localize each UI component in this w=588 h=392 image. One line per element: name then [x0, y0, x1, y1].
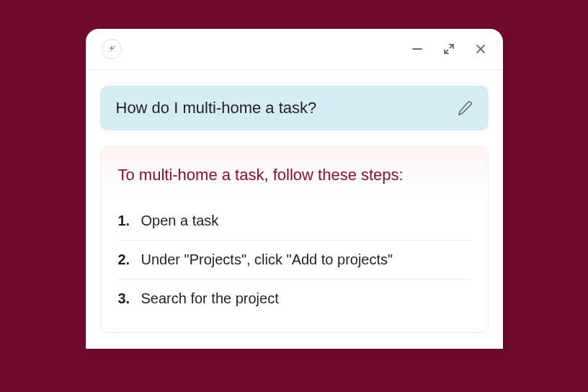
expand-button[interactable] — [442, 43, 455, 55]
panel-header — [86, 29, 503, 70]
sparkle-logo-icon — [102, 39, 122, 59]
step-item: 1. Open a task — [118, 202, 471, 241]
ai-assist-panel: How do I multi-home a task? To multi-hom… — [86, 29, 503, 349]
step-number: 3. — [118, 290, 133, 307]
steps-list: 1. Open a task 2. Under "Projects", clic… — [101, 202, 488, 332]
panel-content: How do I multi-home a task? To multi-hom… — [86, 70, 503, 349]
answer-card: To multi-home a task, follow these steps… — [100, 146, 489, 333]
edit-question-button[interactable] — [457, 100, 473, 116]
step-item: 3. Search for the project — [118, 280, 471, 318]
answer-header: To multi-home a task, follow these steps… — [101, 147, 488, 202]
answer-title: To multi-home a task, follow these steps… — [118, 166, 471, 184]
step-text: Under "Projects", click "Add to projects… — [141, 251, 393, 268]
step-text: Open a task — [141, 213, 219, 229]
question-text: How do I multi-home a task? — [116, 99, 317, 117]
close-button[interactable] — [474, 43, 487, 55]
step-text: Search for the project — [141, 290, 279, 307]
minimize-button[interactable] — [411, 43, 424, 55]
window-controls — [411, 43, 487, 55]
question-bar: How do I multi-home a task? — [100, 86, 489, 130]
step-item: 2. Under "Projects", click "Add to proje… — [118, 241, 471, 280]
step-number: 1. — [118, 213, 133, 229]
step-number: 2. — [118, 251, 133, 268]
